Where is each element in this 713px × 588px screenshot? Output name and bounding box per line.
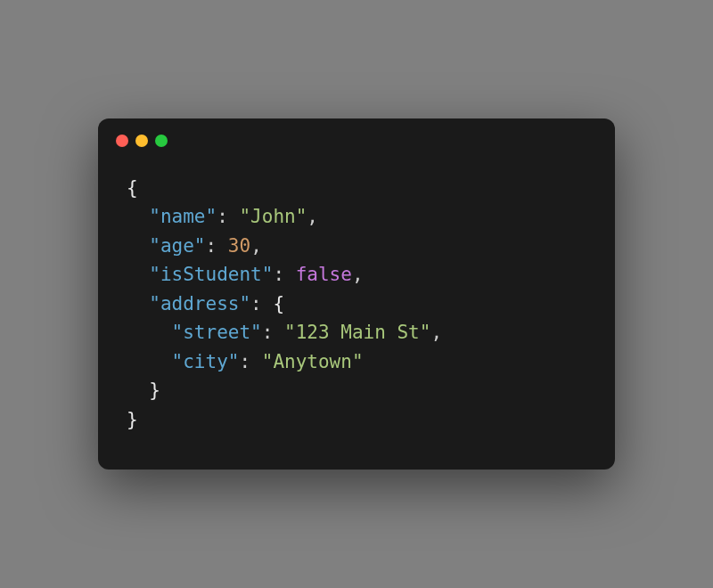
titlebar (98, 118, 615, 156)
json-key-address: "address" (149, 293, 250, 314)
brace-open-nested: { (273, 293, 284, 314)
json-value-name: "John" (239, 206, 307, 227)
json-key-city: "city" (172, 351, 240, 372)
json-key-street: "street" (172, 322, 262, 343)
close-icon[interactable] (116, 135, 128, 147)
json-value-age: 30 (228, 235, 250, 257)
brace-close-nested: } (149, 380, 160, 401)
json-key-isstudent: "isStudent" (149, 264, 273, 285)
maximize-icon[interactable] (155, 135, 168, 147)
json-value-isstudent: false (296, 264, 352, 285)
code-block: { "name": "John", "age": 30, "isStudent"… (98, 156, 615, 444)
code-window: { "name": "John", "age": 30, "isStudent"… (98, 118, 615, 470)
json-value-street: "123 Main St" (284, 322, 430, 343)
brace-close: } (127, 409, 138, 430)
json-value-city: "Anytown" (262, 351, 364, 372)
json-key-name: "name" (149, 206, 217, 227)
minimize-icon[interactable] (135, 135, 148, 147)
json-key-age: "age" (149, 235, 205, 257)
brace-open: { (127, 177, 138, 199)
